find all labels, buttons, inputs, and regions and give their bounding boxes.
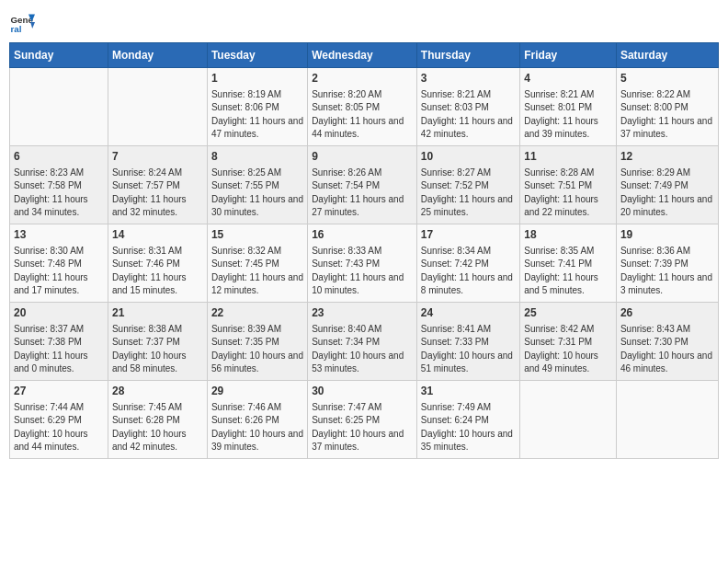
day-number: 16: [312, 227, 413, 243]
day-number: 2: [312, 71, 413, 86]
day-info: Sunrise: 8:37 AM Sunset: 7:38 PM Dayligh…: [14, 323, 104, 376]
day-number: 6: [14, 149, 104, 165]
calendar-cell: 4Sunrise: 8:21 AM Sunset: 8:01 PM Daylig…: [520, 68, 617, 146]
day-info: Sunrise: 8:38 AM Sunset: 7:37 PM Dayligh…: [112, 323, 203, 376]
calendar-cell: 23Sunrise: 8:40 AM Sunset: 7:34 PM Dayli…: [308, 303, 417, 381]
calendar-cell: 7Sunrise: 8:24 AM Sunset: 7:57 PM Daylig…: [108, 146, 207, 224]
day-info: Sunrise: 8:27 AM Sunset: 7:52 PM Dayligh…: [421, 167, 516, 220]
calendar-cell: 20Sunrise: 8:37 AM Sunset: 7:38 PM Dayli…: [10, 303, 108, 381]
calendar-cell: 30Sunrise: 7:47 AM Sunset: 6:25 PM Dayli…: [308, 381, 417, 459]
calendar-cell: 5Sunrise: 8:22 AM Sunset: 8:00 PM Daylig…: [616, 68, 718, 146]
day-info: Sunrise: 8:25 AM Sunset: 7:55 PM Dayligh…: [211, 167, 303, 220]
calendar-cell: 1Sunrise: 8:19 AM Sunset: 8:06 PM Daylig…: [207, 68, 307, 146]
calendar-header: SundayMondayTuesdayWednesdayThursdayFrid…: [10, 43, 719, 68]
weekday-header-row: SundayMondayTuesdayWednesdayThursdayFrid…: [10, 43, 719, 68]
calendar-cell: 25Sunrise: 8:42 AM Sunset: 7:31 PM Dayli…: [520, 303, 617, 381]
calendar-cell: 8Sunrise: 8:25 AM Sunset: 7:55 PM Daylig…: [207, 146, 307, 224]
calendar-cell: 9Sunrise: 8:26 AM Sunset: 7:54 PM Daylig…: [308, 146, 417, 224]
day-number: 17: [421, 227, 516, 243]
day-number: 27: [14, 384, 104, 399]
weekday-header-sunday: Sunday: [10, 43, 108, 68]
day-info: Sunrise: 8:19 AM Sunset: 8:06 PM Dayligh…: [211, 88, 303, 142]
day-number: 19: [620, 227, 714, 243]
calendar-cell: 16Sunrise: 8:33 AM Sunset: 7:43 PM Dayli…: [308, 224, 417, 303]
day-number: 9: [312, 149, 413, 165]
calendar-cell: 14Sunrise: 8:31 AM Sunset: 7:46 PM Dayli…: [108, 224, 207, 303]
day-number: 24: [421, 305, 516, 321]
day-number: 14: [112, 227, 203, 243]
logo: Gene ral: [9, 9, 39, 35]
day-info: Sunrise: 7:44 AM Sunset: 6:29 PM Dayligh…: [14, 401, 104, 454]
calendar-cell: 31Sunrise: 7:49 AM Sunset: 6:24 PM Dayli…: [416, 381, 519, 459]
calendar-cell: 24Sunrise: 8:41 AM Sunset: 7:33 PM Dayli…: [416, 303, 519, 381]
day-number: 4: [524, 71, 612, 86]
day-info: Sunrise: 8:26 AM Sunset: 7:54 PM Dayligh…: [312, 167, 413, 220]
day-info: Sunrise: 8:20 AM Sunset: 8:05 PM Dayligh…: [312, 88, 413, 142]
day-info: Sunrise: 8:32 AM Sunset: 7:45 PM Dayligh…: [211, 245, 303, 298]
day-info: Sunrise: 8:39 AM Sunset: 7:35 PM Dayligh…: [211, 323, 303, 376]
day-info: Sunrise: 8:35 AM Sunset: 7:41 PM Dayligh…: [524, 245, 612, 298]
day-number: 1: [211, 71, 303, 86]
day-number: 30: [312, 384, 413, 399]
day-number: 25: [524, 305, 612, 321]
calendar-cell: 11Sunrise: 8:28 AM Sunset: 7:51 PM Dayli…: [520, 146, 617, 224]
weekday-header-wednesday: Wednesday: [308, 43, 417, 68]
day-info: Sunrise: 8:29 AM Sunset: 7:49 PM Dayligh…: [620, 167, 714, 220]
weekday-header-thursday: Thursday: [416, 43, 519, 68]
day-number: 13: [14, 227, 104, 243]
day-number: 20: [14, 305, 104, 321]
weekday-header-friday: Friday: [520, 43, 617, 68]
calendar-cell: 15Sunrise: 8:32 AM Sunset: 7:45 PM Dayli…: [207, 224, 307, 303]
day-number: 22: [211, 305, 303, 321]
calendar-table: SundayMondayTuesdayWednesdayThursdayFrid…: [9, 42, 719, 459]
day-number: 31: [421, 384, 516, 399]
calendar-cell: 28Sunrise: 7:45 AM Sunset: 6:28 PM Dayli…: [108, 381, 207, 459]
day-number: 12: [620, 149, 714, 165]
header: Gene ral: [9, 9, 719, 35]
day-info: Sunrise: 7:45 AM Sunset: 6:28 PM Dayligh…: [112, 401, 203, 454]
day-number: 5: [620, 71, 714, 86]
day-number: 29: [211, 384, 303, 399]
calendar-week-5: 27Sunrise: 7:44 AM Sunset: 6:29 PM Dayli…: [10, 381, 719, 459]
weekday-header-tuesday: Tuesday: [207, 43, 307, 68]
calendar-cell: 17Sunrise: 8:34 AM Sunset: 7:42 PM Dayli…: [416, 224, 519, 303]
calendar-cell: [10, 68, 108, 146]
calendar-cell: 2Sunrise: 8:20 AM Sunset: 8:05 PM Daylig…: [308, 68, 417, 146]
calendar-cell: 12Sunrise: 8:29 AM Sunset: 7:49 PM Dayli…: [616, 146, 718, 224]
calendar-week-2: 6Sunrise: 8:23 AM Sunset: 7:58 PM Daylig…: [10, 146, 719, 224]
calendar-cell: 27Sunrise: 7:44 AM Sunset: 6:29 PM Dayli…: [10, 381, 108, 459]
day-info: Sunrise: 8:34 AM Sunset: 7:42 PM Dayligh…: [421, 245, 516, 298]
logo-icon: Gene ral: [9, 9, 35, 35]
day-info: Sunrise: 8:21 AM Sunset: 8:01 PM Dayligh…: [524, 88, 612, 142]
day-number: 18: [524, 227, 612, 243]
calendar-cell: 19Sunrise: 8:36 AM Sunset: 7:39 PM Dayli…: [616, 224, 718, 303]
calendar-cell: [520, 381, 617, 459]
day-number: 26: [620, 305, 714, 321]
svg-text:ral: ral: [10, 24, 21, 34]
day-number: 3: [421, 71, 516, 86]
calendar-cell: [108, 68, 207, 146]
calendar-cell: 21Sunrise: 8:38 AM Sunset: 7:37 PM Dayli…: [108, 303, 207, 381]
calendar-cell: 29Sunrise: 7:46 AM Sunset: 6:26 PM Dayli…: [207, 381, 307, 459]
calendar-week-3: 13Sunrise: 8:30 AM Sunset: 7:48 PM Dayli…: [10, 224, 719, 303]
day-info: Sunrise: 8:28 AM Sunset: 7:51 PM Dayligh…: [524, 167, 612, 220]
day-number: 7: [112, 149, 203, 165]
day-info: Sunrise: 8:21 AM Sunset: 8:03 PM Dayligh…: [421, 88, 516, 142]
calendar-cell: 10Sunrise: 8:27 AM Sunset: 7:52 PM Dayli…: [416, 146, 519, 224]
weekday-header-saturday: Saturday: [616, 43, 718, 68]
calendar-cell: 13Sunrise: 8:30 AM Sunset: 7:48 PM Dayli…: [10, 224, 108, 303]
calendar-cell: 6Sunrise: 8:23 AM Sunset: 7:58 PM Daylig…: [10, 146, 108, 224]
svg-marker-3: [30, 22, 35, 29]
day-number: 11: [524, 149, 612, 165]
weekday-header-monday: Monday: [108, 43, 207, 68]
day-info: Sunrise: 8:40 AM Sunset: 7:34 PM Dayligh…: [312, 323, 413, 376]
day-number: 23: [312, 305, 413, 321]
calendar-cell: 3Sunrise: 8:21 AM Sunset: 8:03 PM Daylig…: [416, 68, 519, 146]
calendar-body: 1Sunrise: 8:19 AM Sunset: 8:06 PM Daylig…: [10, 68, 719, 459]
day-info: Sunrise: 8:30 AM Sunset: 7:48 PM Dayligh…: [14, 245, 104, 298]
day-info: Sunrise: 7:47 AM Sunset: 6:25 PM Dayligh…: [312, 401, 413, 454]
day-info: Sunrise: 8:43 AM Sunset: 7:30 PM Dayligh…: [620, 323, 714, 376]
day-number: 21: [112, 305, 203, 321]
day-info: Sunrise: 8:33 AM Sunset: 7:43 PM Dayligh…: [312, 245, 413, 298]
calendar-cell: 26Sunrise: 8:43 AM Sunset: 7:30 PM Dayli…: [616, 303, 718, 381]
